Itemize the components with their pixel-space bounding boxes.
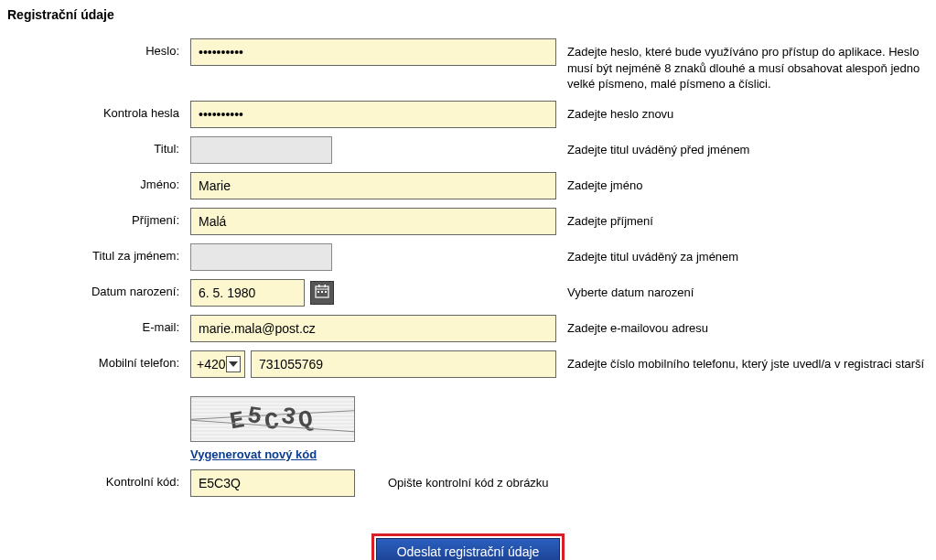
label-control-code: Kontrolní kód: — [7, 469, 190, 489]
row-title-after: Titul za jménem: Zadejte titul uváděný z… — [7, 243, 929, 271]
title-after-input[interactable] — [190, 243, 332, 271]
svg-rect-6 — [325, 291, 327, 293]
label-title-before: Titul: — [7, 136, 190, 156]
label-dob: Datum narození: — [7, 279, 190, 298]
svg-rect-3 — [325, 285, 327, 287]
label-password-confirm: Kontrola hesla — [7, 101, 190, 120]
captcha-image: E5C3Q — [190, 396, 355, 442]
control-code-input[interactable] — [190, 469, 355, 497]
hint-title-after: Zadejte titul uváděný za jménem — [556, 243, 929, 265]
hint-email: Zadejte e-mailovou adresu — [556, 315, 929, 337]
svg-rect-2 — [318, 285, 320, 287]
submit-highlight: Odeslat registrační údaje — [371, 533, 565, 560]
row-last-name: Příjmení: Zadejte příjmení — [7, 208, 929, 235]
hint-password-confirm: Zadejte heslo znovu — [556, 101, 929, 123]
hint-password: Zadejte heslo, které bude využíváno pro … — [556, 38, 929, 92]
submit-button[interactable]: Odeslat registrační údaje — [376, 538, 561, 560]
chevron-down-icon — [226, 356, 241, 372]
title-before-input[interactable] — [190, 136, 332, 164]
regenerate-captcha-link[interactable]: Vygenerovat nový kód — [190, 447, 556, 461]
row-dob: Datum narození: Vyberte datum narození — [7, 279, 929, 307]
row-title-before: Titul: Zadejte titul uváděný před jménem — [7, 136, 929, 164]
hint-phone: Zadejte číslo mobilního telefonu, který … — [556, 350, 929, 372]
hint-first-name: Zadejte jméno — [556, 172, 929, 194]
row-email: E-mail: Zadejte e-mailovou adresu — [7, 315, 929, 342]
row-password-confirm: Kontrola hesla Zadejte heslo znovu — [7, 101, 929, 128]
row-password: Heslo: Zadejte heslo, které bude využívá… — [7, 38, 929, 92]
hint-last-name: Zadejte příjmení — [556, 208, 929, 230]
row-first-name: Jméno: Zadejte jméno — [7, 172, 929, 199]
hint-dob: Vyberte datum narození — [556, 279, 929, 301]
phone-prefix-value: +420 — [197, 357, 226, 372]
last-name-input[interactable] — [190, 208, 556, 235]
row-captcha: E5C3Q Vygenerovat nový kód — [7, 396, 929, 461]
first-name-input[interactable] — [190, 172, 556, 199]
label-last-name: Příjmení: — [7, 208, 190, 227]
dob-input[interactable] — [190, 279, 305, 307]
calendar-icon — [315, 284, 329, 301]
svg-rect-4 — [317, 291, 319, 293]
password-input[interactable] — [190, 38, 556, 66]
svg-marker-7 — [229, 361, 238, 367]
submit-row: Odeslat registrační údaje — [7, 533, 929, 560]
svg-rect-5 — [321, 291, 323, 293]
page-title: Registrační údaje — [7, 7, 929, 22]
row-phone: Mobilní telefon: +420 Zadejte číslo mobi… — [7, 350, 929, 378]
email-input[interactable] — [190, 315, 556, 342]
phone-prefix-select[interactable]: +420 — [190, 350, 245, 378]
row-control-code: Kontrolní kód: Opište kontrolní kód z ob… — [7, 469, 929, 497]
phone-input[interactable] — [251, 350, 556, 378]
hint-control-code: Opište kontrolní kód z obrázku — [388, 476, 549, 490]
label-email: E-mail: — [7, 315, 190, 334]
label-first-name: Jméno: — [7, 172, 190, 191]
calendar-button[interactable] — [310, 281, 334, 305]
label-title-after: Titul za jménem: — [7, 243, 190, 263]
label-phone: Mobilní telefon: — [7, 350, 190, 370]
hint-title-before: Zadejte titul uváděný před jménem — [556, 136, 929, 158]
password-confirm-input[interactable] — [190, 101, 556, 128]
label-password: Heslo: — [7, 38, 190, 58]
